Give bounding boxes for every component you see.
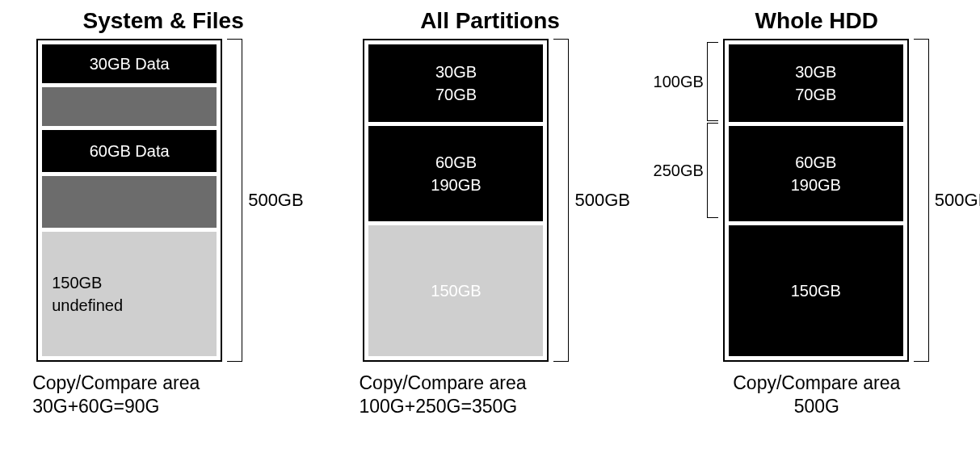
panel-stage: 30GB Data 60GB Data 150GB undefined 500G…	[36, 39, 290, 362]
segment-unallocated: 150GB	[368, 225, 543, 356]
disk-box: 30GB Data 60GB Data 150GB undefined	[36, 39, 222, 362]
total-label: 500GB	[248, 190, 304, 211]
bracket-p1: 100GB	[707, 42, 718, 121]
panel-whole-hdd: Whole HDD 100GB 250GB 30GB 70GB	[663, 8, 970, 418]
panel-system-files: System & Files 30GB Data 60GB Data 150GB…	[10, 8, 317, 418]
panel-title: Whole HDD	[755, 8, 878, 34]
left-brackets: 100GB 250GB	[657, 39, 718, 362]
segment-undefined: 150GB undefined	[42, 232, 217, 356]
panel-title: All Partitions	[420, 8, 560, 34]
panel-caption: Copy/Compare area 30G+60G=90G	[10, 371, 200, 418]
panels-row: System & Files 30GB Data 60GB Data 150GB…	[0, 8, 980, 418]
panel-title: System & Files	[83, 8, 244, 34]
diagram-canvas: System & Files 30GB Data 60GB Data 150GB…	[0, 0, 980, 449]
segment-free-1	[42, 87, 217, 126]
bracket-p2: 250GB	[707, 123, 718, 218]
disk-box: 30GB 70GB 60GB 190GB 150GB	[723, 39, 909, 362]
segment-free-2	[42, 176, 217, 228]
panel-stage: 100GB 250GB 30GB 70GB 60GB 190GB	[657, 39, 977, 362]
segment-partition-1: 30GB 70GB	[368, 44, 543, 122]
segment-partition-1: 30GB 70GB	[729, 44, 903, 122]
panel-caption: Copy/Compare area 100G+250G=350G	[336, 371, 526, 418]
panel-caption: Copy/Compare area 500G	[733, 371, 900, 418]
total-label: 500GB	[935, 190, 980, 211]
panel-all-partitions: All Partitions 30GB 70GB 60GB 190GB 150G…	[336, 8, 643, 418]
segment-data-1: 30GB Data	[42, 44, 217, 83]
panel-stage: 30GB 70GB 60GB 190GB 150GB 500GB	[363, 39, 616, 362]
segment-partition-3: 150GB	[729, 225, 903, 356]
disk-box: 30GB 70GB 60GB 190GB 150GB	[363, 39, 549, 362]
segment-partition-2: 60GB 190GB	[729, 126, 903, 221]
segment-partition-2: 60GB 190GB	[368, 126, 543, 221]
total-label: 500GB	[574, 190, 630, 211]
total-dimension: 500GB	[227, 39, 290, 362]
segment-data-2: 60GB Data	[42, 130, 217, 172]
total-dimension: 500GB	[914, 39, 977, 362]
total-dimension: 500GB	[553, 39, 616, 362]
